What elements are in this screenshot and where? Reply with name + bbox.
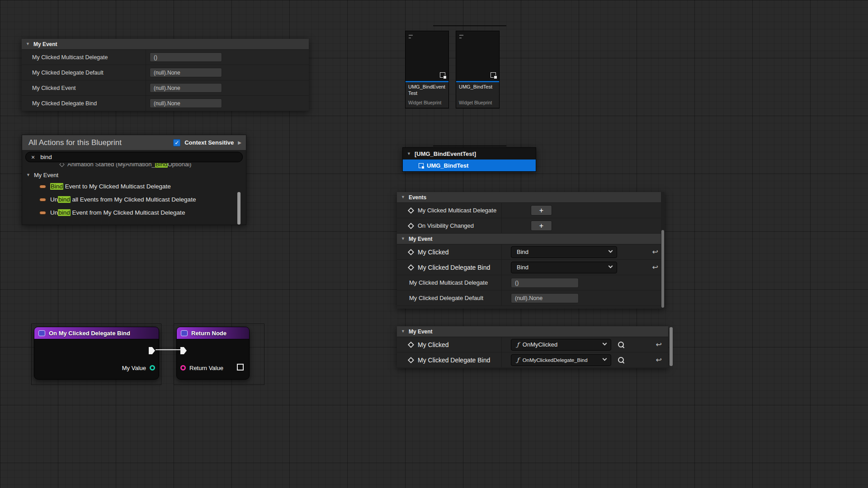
delegate-bind-row: My Clicked Delegate Bind Bind ↩ [397, 260, 665, 275]
clipped-action-result[interactable]: Animation Started (MyAnimation_BindOptio… [22, 163, 246, 170]
return-value-input-pin[interactable] [180, 365, 186, 371]
event-label: On Visibility Changed [418, 222, 474, 229]
blueprint-graph-background[interactable]: ▼ My Event My Clicked Multicast Delegate… [0, 0, 868, 488]
details-panel-right: ▼ Events My Clicked Multicast Delegate +… [397, 192, 665, 309]
property-value-field[interactable]: (null).None [150, 99, 222, 108]
property-row: My Clicked Multicast Delegate () [22, 50, 309, 65]
category-header-label: Events [409, 194, 426, 201]
clear-search-icon[interactable]: × [31, 154, 35, 160]
property-label: My Clicked Multicast Delegate [409, 279, 488, 286]
property-label: My Clicked Delegate Default [32, 70, 104, 76]
category-header-my-event[interactable]: ▼ My Event [397, 234, 665, 244]
reset-to-default-button[interactable]: ↩ [652, 264, 658, 271]
hierarchy-root-label: [UMG_BindEventTest] [415, 150, 476, 157]
chevron-down-icon [609, 249, 613, 253]
event-row: On Visibility Changed + [397, 218, 665, 234]
browse-to-function-icon[interactable] [618, 357, 625, 364]
collapse-arrow-icon[interactable]: ▼ [26, 173, 30, 177]
item-text: Un [50, 209, 58, 216]
action-item-unbind-all-events[interactable]: Unbind all Events from My Clicked Multic… [22, 193, 246, 206]
result-highlight: Bind [155, 163, 168, 168]
reset-to-default-button[interactable]: ↩ [656, 341, 662, 348]
actions-search-input[interactable]: × bind [25, 152, 243, 162]
actions-category-my-event[interactable]: ▼ My Event [22, 170, 246, 180]
asset-thumbnail[interactable] [406, 31, 448, 81]
collapse-arrow-icon[interactable]: ▼ [407, 152, 411, 156]
property-value-field[interactable]: (null).None [150, 68, 222, 77]
my-value-output-pin[interactable] [150, 365, 155, 371]
event-node-icon [38, 330, 45, 336]
category-header-my-event[interactable]: ▼ My Event [22, 39, 309, 50]
asset-name-box: UMG_BindEventTest Widget Blueprint [406, 82, 448, 108]
property-value-field[interactable]: (null).None [150, 83, 222, 93]
delegate-icon [39, 185, 46, 188]
chevron-down-icon [603, 357, 607, 361]
browse-to-function-icon[interactable] [618, 341, 625, 348]
context-sensitive-label: Context Sensitive [184, 139, 234, 146]
content-browser-edge [433, 25, 506, 26]
context-sensitive-checkbox[interactable]: ✓ [173, 139, 180, 146]
asset-card-umg-bindeventtest[interactable]: UMG_BindEventTest Widget Blueprint [405, 31, 449, 108]
all-actions-menu: All Actions for this Blueprint ✓ Context… [22, 135, 246, 225]
asset-name-box: UMG_BindTest Widget Blueprint [456, 82, 499, 108]
input-pin-label: Return Value [189, 365, 223, 371]
exec-input-pin[interactable] [180, 347, 187, 354]
delegate-pin-icon [408, 249, 414, 255]
chevron-down-icon [603, 341, 607, 346]
asset-thumbnail[interactable] [456, 31, 499, 81]
collapse-arrow-icon[interactable]: ▼ [401, 237, 405, 241]
category-header-my-event[interactable]: ▼ My Event [397, 326, 668, 337]
thumb-detail-mark [409, 35, 413, 36]
return-value-checkbox[interactable] [237, 364, 244, 371]
item-text: Event to My Clicked Multicast Delegate [63, 183, 171, 190]
property-label: My Clicked Event [32, 85, 76, 91]
function-dropdown[interactable]: ƒ OnMyClickedDelegate_Bind [511, 354, 611, 366]
bottom-details-scrollbar-thumb[interactable] [670, 327, 673, 366]
property-value-field[interactable]: () [511, 278, 579, 288]
hierarchy-selected-row[interactable]: UMG_BindTest [403, 160, 536, 171]
node-on-my-clicked-delegate-bind[interactable]: On My Clicked Delegate Bind My Value [34, 327, 159, 380]
node-header[interactable]: On My Clicked Delegate Bind [34, 327, 159, 339]
bind-dropdown[interactable]: Bind [511, 262, 617, 273]
expand-arrow-icon[interactable]: ▶ [238, 140, 241, 145]
item-text: Un [50, 196, 58, 203]
exec-output-pin[interactable] [149, 347, 155, 354]
asset-name: UMG_BindEventTest [408, 84, 446, 97]
property-row: My Clicked Multicast Delegate () [397, 275, 665, 291]
thumb-detail-mark [459, 35, 463, 36]
node-title: Return Node [191, 330, 226, 337]
dropdown-value: Bind [517, 264, 528, 271]
details-scrollbar-track[interactable] [661, 192, 665, 309]
property-label: My Clicked Delegate Default [409, 295, 483, 301]
collapse-arrow-icon[interactable]: ▼ [401, 195, 405, 199]
checkmark-icon: ✓ [175, 140, 179, 146]
property-value-field[interactable]: (null).None [511, 293, 579, 303]
collapse-arrow-icon[interactable]: ▼ [26, 42, 30, 46]
result-text: Animation Started (MyAnimation_ [67, 163, 155, 168]
function-icon: ƒ [517, 341, 519, 348]
collapse-arrow-icon[interactable]: ▼ [401, 329, 405, 333]
property-row: My Clicked Delegate Default (null).None [22, 65, 309, 80]
add-event-button[interactable]: + [531, 221, 552, 231]
reset-to-default-button[interactable]: ↩ [656, 357, 662, 364]
action-item-unbind-event[interactable]: Unbind Event from My Clicked Multicast D… [22, 206, 246, 219]
delegate-bind-row: My Clicked Bind ↩ [397, 244, 665, 260]
exec-wire[interactable] [156, 349, 182, 350]
action-item-bind-event[interactable]: Bind Event to My Clicked Multicast Deleg… [22, 180, 246, 193]
details-scrollbar-thumb[interactable] [661, 230, 664, 308]
function-dropdown[interactable]: ƒ OnMyClicked [511, 339, 611, 351]
search-query-text: bind [40, 154, 52, 160]
hierarchy-root-row[interactable]: ▼ [UMG_BindEventTest] [403, 148, 536, 160]
node-header[interactable]: Return Node [177, 327, 249, 339]
bind-dropdown[interactable]: Bind [511, 246, 617, 258]
event-row: My Clicked Multicast Delegate + [397, 203, 665, 218]
property-value-field[interactable]: () [150, 52, 222, 62]
actions-scrollbar[interactable] [237, 192, 241, 225]
item-highlight: Bind [50, 183, 63, 190]
add-event-button[interactable]: + [531, 205, 552, 216]
reset-to-default-button[interactable]: ↩ [652, 249, 658, 256]
asset-card-umg-bindtest[interactable]: UMG_BindTest Widget Blueprint [456, 31, 500, 108]
category-header-events[interactable]: ▼ Events [397, 192, 665, 203]
dropdown-value: OnMyClickedDelegate_Bind [523, 357, 588, 363]
node-return-node[interactable]: Return Node Return Value [176, 327, 250, 380]
